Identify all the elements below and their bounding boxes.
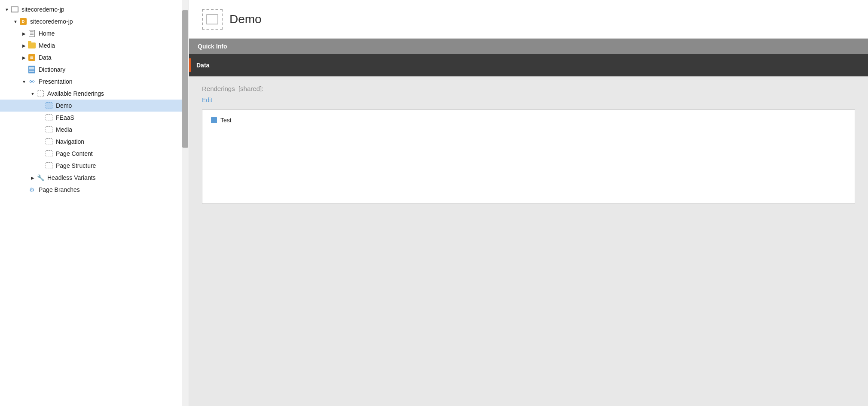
section-data[interactable]: Data	[189, 54, 868, 76]
expand-arrow-available-renderings[interactable]	[29, 90, 36, 97]
tree-container[interactable]: sitecoredemo-jp D sitecoredemo-jp Home	[0, 0, 189, 406]
tree-item-available-renderings[interactable]: Available Renderings	[0, 88, 189, 100]
rendering-icon-feaas	[45, 113, 53, 122]
tree-label-media: Media	[39, 42, 55, 49]
renderings-colon: :	[262, 85, 263, 92]
branches-icon: ⚙	[28, 185, 36, 194]
tree-label-headless: Headless Variants	[47, 174, 96, 181]
data-icon-sitecoredemo: D	[19, 17, 28, 26]
dict-icon	[28, 65, 36, 74]
expand-arrow-media[interactable]	[21, 42, 28, 49]
expand-arrow-sitecoredemo[interactable]	[12, 18, 19, 25]
right-panel: Demo Quick Info Data Renderings [shared]…	[189, 0, 868, 406]
tree-label-navigation: Navigation	[56, 138, 84, 145]
tree-label-data: Data	[39, 54, 52, 61]
expand-arrow-headless[interactable]	[29, 174, 36, 181]
tree-label-home: Home	[39, 30, 55, 37]
rendering-icon-demo	[45, 101, 53, 110]
expand-arrow-root[interactable]	[3, 6, 10, 13]
rendering-icon-available	[36, 89, 45, 98]
page-icon-home	[28, 29, 36, 38]
tree-label-media2: Media	[56, 126, 72, 133]
window-icon	[10, 5, 19, 14]
tree-item-page-content[interactable]: Page Content	[0, 148, 189, 160]
section-quick-info[interactable]: Quick Info	[189, 39, 868, 54]
renderings-box: Test	[202, 109, 855, 204]
tree-label-page-content: Page Content	[56, 150, 93, 157]
scrollbar-track[interactable]	[182, 0, 189, 406]
tree-item-feaas[interactable]: FEaaS	[0, 112, 189, 124]
tree-item-data[interactable]: ▤ Data	[0, 52, 189, 64]
expand-arrow-data[interactable]	[21, 54, 28, 61]
tree-item-dictionary[interactable]: Dictionary	[0, 64, 189, 76]
tree-label-feaas: FEaaS	[56, 114, 74, 121]
renderings-text: Renderings	[202, 85, 235, 92]
tree-item-media2[interactable]: Media	[0, 124, 189, 136]
headless-icon: 🔧	[36, 173, 45, 182]
content-body: Renderings [shared]: Edit Test	[189, 76, 868, 406]
rendering-icon-page-content	[45, 149, 53, 158]
tree-item-page-branches[interactable]: ⚙ Page Branches	[0, 184, 189, 196]
tree-label-sitecoredemo: sitecoredemo-jp	[30, 18, 73, 25]
rendering-item-icon	[211, 117, 217, 123]
tree-label-available-renderings: Available Renderings	[47, 90, 104, 97]
tree-item-presentation[interactable]: 👁 Presentation	[0, 76, 189, 88]
content-header: Demo	[189, 0, 868, 39]
tree-item-home[interactable]: Home	[0, 27, 189, 39]
tree-item-sitecoredemo[interactable]: D sitecoredemo-jp	[0, 15, 189, 27]
rendering-icon-media2	[45, 125, 53, 134]
tree-label-dictionary: Dictionary	[39, 66, 65, 73]
eye-icon: 👁	[28, 77, 36, 86]
tree-label-root: sitecoredemo-jp	[21, 6, 64, 13]
page-title: Demo	[229, 12, 262, 26]
tree-label-presentation: Presentation	[39, 78, 73, 85]
tree-label-page-structure: Page Structure	[56, 162, 96, 169]
rendering-icon-page-structure	[45, 161, 53, 170]
tree-item-headless-variants[interactable]: 🔧 Headless Variants	[0, 172, 189, 184]
tree-label-page-branches: Page Branches	[39, 186, 80, 193]
rendering-item-test[interactable]: Test	[211, 117, 846, 124]
folder-icon-media	[28, 41, 36, 50]
data-icon-data: ▤	[28, 53, 36, 62]
rendering-item-label: Test	[220, 117, 232, 124]
renderings-label: Renderings [shared]:	[202, 85, 855, 92]
scrollbar-thumb[interactable]	[182, 10, 188, 148]
tree-item-demo[interactable]: Demo	[0, 100, 189, 112]
expand-arrow-home[interactable]	[21, 30, 28, 37]
tree-label-demo: Demo	[56, 102, 72, 109]
left-panel: sitecoredemo-jp D sitecoredemo-jp Home	[0, 0, 189, 406]
header-rendering-icon	[202, 9, 223, 30]
tree-item-root[interactable]: sitecoredemo-jp	[0, 3, 189, 15]
quick-info-label: Quick Info	[198, 43, 227, 50]
tree-item-page-structure[interactable]: Page Structure	[0, 160, 189, 172]
rendering-icon-navigation	[45, 137, 53, 146]
data-label: Data	[196, 62, 209, 69]
edit-link[interactable]: Edit	[202, 97, 212, 103]
data-section-bar	[189, 58, 191, 72]
tree-item-media[interactable]: Media	[0, 39, 189, 52]
expand-arrow-presentation[interactable]	[21, 78, 28, 85]
tree-item-navigation[interactable]: Navigation	[0, 136, 189, 148]
renderings-shared: [shared]	[238, 85, 262, 92]
